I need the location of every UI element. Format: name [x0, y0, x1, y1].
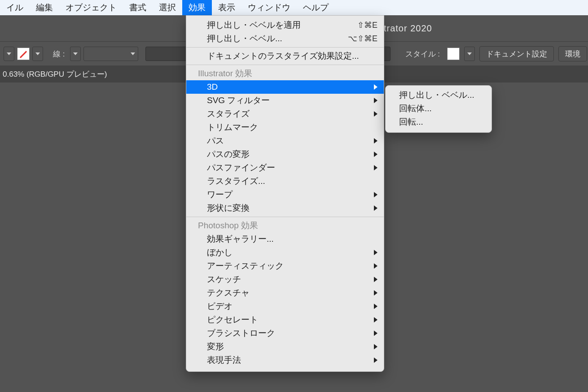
menu-render[interactable]: 表現手法	[186, 353, 384, 367]
menu-item-shortcut: ⇧⌘E	[339, 20, 377, 30]
no-fill-swatch-icon[interactable]	[17, 48, 30, 60]
menu-texture[interactable]: テクスチャ	[186, 286, 384, 300]
stroke-label: 線 :	[50, 49, 67, 59]
style-label: スタイル :	[403, 49, 443, 59]
menu-3d-rotate[interactable]: 回転...	[386, 115, 491, 129]
menu-item-label: 回転...	[399, 116, 423, 128]
menu-brush-strokes[interactable]: ブラシストローク	[186, 327, 384, 340]
menu-item-label: トリムマーク	[207, 122, 258, 133]
menu-item-label: ワープ	[207, 189, 233, 200]
menu-effect-gallery[interactable]: 効果ギャラリー...	[186, 232, 384, 246]
menu-artistic[interactable]: アーティスティック	[186, 259, 384, 273]
stroke-weight-stepper[interactable]	[70, 47, 81, 61]
menu-separator	[186, 65, 384, 65]
menu-separator	[186, 217, 384, 217]
menu-item-label: 効果ギャラリー...	[207, 233, 274, 245]
menu-section-photoshop: Photoshop 効果	[186, 219, 384, 232]
menu-item-label: 形状に変換	[207, 202, 250, 214]
menu-edit[interactable]: 編集	[30, 0, 59, 15]
menu-distort[interactable]: 変形	[186, 340, 384, 353]
menu-rasterize[interactable]: ラスタライズ...	[186, 174, 384, 188]
3d-submenu: 押し出し・ベベル... 回転体... 回転...	[385, 85, 492, 133]
menu-video[interactable]: ビデオ	[186, 300, 384, 313]
menu-item-label: ビデオ	[207, 301, 233, 312]
menu-pathfinder[interactable]: パスファインダー	[186, 161, 384, 174]
menu-item-label: ブラシストローク	[207, 327, 275, 339]
menu-warp[interactable]: ワープ	[186, 188, 384, 201]
menu-3d-extrude-bevel[interactable]: 押し出し・ベベル...	[386, 88, 491, 102]
menu-item-label: スタライズ	[207, 108, 250, 120]
menu-window[interactable]: ウィンドウ	[241, 0, 297, 15]
menu-item-label: ドキュメントのラスタライズ効果設定...	[207, 50, 359, 62]
menu-view[interactable]: 表示	[212, 0, 241, 15]
menu-svg-filters[interactable]: SVG フィルター	[186, 94, 384, 107]
menu-last-effect[interactable]: 押し出し・ベベル... ⌥⇧⌘E	[186, 32, 384, 45]
menu-3d[interactable]: 3D	[186, 80, 384, 94]
menu-select[interactable]: 選択	[153, 0, 182, 15]
menu-item-label: テクスチャ	[207, 287, 250, 299]
fill-dropdown[interactable]	[4, 47, 14, 61]
menu-separator	[186, 47, 384, 48]
menu-object[interactable]: オブジェクト	[59, 0, 123, 15]
menu-item-label: 押し出し・ベベル...	[207, 33, 282, 44]
menu-apply-last-effect[interactable]: 押し出し・ベベルを適用 ⇧⌘E	[186, 18, 384, 32]
menu-item-label: 押し出し・ベベルを適用	[207, 19, 301, 31]
preferences-button[interactable]: 環境	[558, 46, 587, 61]
menu-item-label: SVG フィルター	[207, 95, 270, 106]
menu-3d-revolve[interactable]: 回転体...	[386, 102, 491, 115]
menu-file[interactable]: イル	[0, 0, 30, 15]
menu-sketch[interactable]: スケッチ	[186, 273, 384, 286]
menu-item-label: ぼかし	[207, 247, 233, 258]
document-setup-button[interactable]: ドキュメント設定	[479, 46, 554, 61]
menu-item-label: 変形	[207, 341, 224, 353]
stroke-weight-dropdown[interactable]	[83, 47, 138, 61]
menu-item-label: パスファインダー	[207, 162, 275, 174]
menu-type[interactable]: 書式	[123, 0, 153, 15]
menu-item-label: 3D	[207, 82, 218, 92]
menu-blur[interactable]: ぼかし	[186, 246, 384, 259]
menu-effect[interactable]: 効果	[182, 0, 212, 15]
menu-item-label: 押し出し・ベベル...	[399, 89, 474, 101]
menu-trim-marks[interactable]: トリムマーク	[186, 121, 384, 134]
menu-item-shortcut: ⌥⇧⌘E	[330, 34, 377, 44]
fill-menu-dropdown[interactable]	[32, 47, 43, 61]
menu-section-illustrator: Illustrator 効果	[186, 67, 384, 80]
style-dropdown[interactable]	[464, 47, 475, 61]
menu-pixelate[interactable]: ピクセレート	[186, 313, 384, 327]
menu-doc-raster-settings[interactable]: ドキュメントのラスタライズ効果設定...	[186, 49, 384, 63]
menu-item-label: ピクセレート	[207, 314, 258, 326]
menu-convert-shape[interactable]: 形状に変換	[186, 201, 384, 215]
effect-menu: 押し出し・ベベルを適用 ⇧⌘E 押し出し・ベベル... ⌥⇧⌘E ドキュメントの…	[186, 15, 384, 372]
menu-item-label: 回転体...	[399, 103, 432, 114]
menu-item-label: ラスタライズ...	[207, 175, 265, 187]
menu-help[interactable]: ヘルプ	[297, 0, 335, 15]
menu-item-label: アーティスティック	[207, 260, 284, 272]
document-tab[interactable]: 0.63% (RGB/GPU プレビュー)	[0, 65, 114, 83]
menu-item-label: パス	[207, 135, 224, 147]
menu-item-label: パスの変形	[207, 148, 250, 160]
menu-stylize[interactable]: スタライズ	[186, 107, 384, 121]
menu-item-label: スケッチ	[207, 274, 241, 285]
style-swatch-icon[interactable]	[447, 48, 460, 60]
menu-item-label: 表現手法	[207, 354, 241, 366]
menu-path[interactable]: パス	[186, 134, 384, 148]
menu-path-distort[interactable]: パスの変形	[186, 148, 384, 161]
app-menubar: イル 編集 オブジェクト 書式 選択 効果 表示 ウィンドウ ヘルプ	[0, 0, 588, 15]
